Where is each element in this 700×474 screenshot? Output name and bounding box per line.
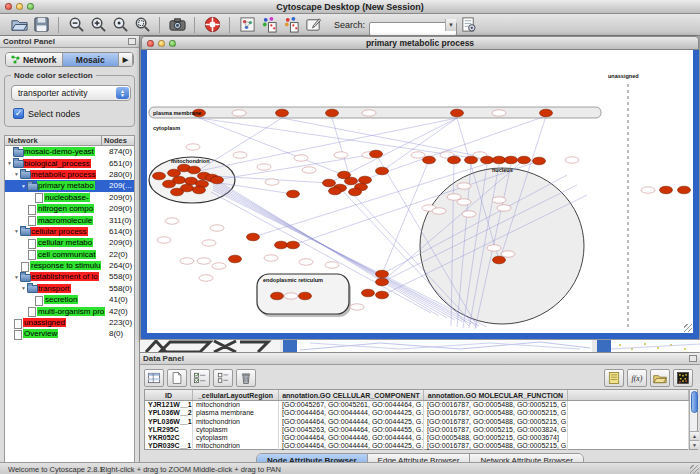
window-resize-grip[interactable]: [684, 324, 692, 332]
search-input[interactable]: [369, 22, 457, 36]
app-resize-grip[interactable]: [690, 465, 699, 474]
table-cell[interactable]: [568, 434, 689, 442]
network-node[interactable]: [299, 292, 312, 300]
network-node[interactable]: [493, 256, 506, 264]
zoom-selected-icon[interactable]: [131, 15, 153, 35]
network-node-collapsed[interactable]: [325, 262, 339, 268]
table-cell[interactable]: [568, 409, 689, 417]
table-cell[interactable]: mitochondrion: [193, 401, 279, 409]
tree-expand-icon[interactable]: ▼: [13, 274, 20, 280]
open-icon[interactable]: [8, 15, 30, 35]
tree-expand-icon[interactable]: ▼: [13, 171, 20, 177]
network-node[interactable]: [247, 233, 260, 241]
network-node[interactable]: [481, 156, 494, 164]
network-node[interactable]: [678, 186, 691, 194]
table-cell[interactable]: [GO:0044464, GO:0044446, GO:0044444, G..…: [279, 434, 424, 442]
column-header--cellularlayoutregion[interactable]: _cellularLayoutRegion: [193, 390, 279, 400]
network-node[interactable]: [287, 190, 300, 198]
table-cell[interactable]: [GO:0016787, GO:0005488, GO:0005215, G..…: [424, 418, 568, 426]
network-node-collapsed[interactable]: [180, 258, 194, 264]
tree-expand-icon[interactable]: ▼: [6, 160, 13, 166]
tree-item-cellular-process[interactable]: ▼cellular process614(0): [5, 226, 134, 237]
column-header-empty[interactable]: [568, 390, 689, 400]
network-node[interactable]: [660, 186, 673, 194]
zoom-out-icon[interactable]: [65, 15, 87, 35]
table-cell[interactable]: mitochondrion: [193, 442, 279, 450]
tree-item-macromolecule[interactable]: macromolecule311(0): [5, 214, 134, 225]
tree-item-mosaic-demo-yeast[interactable]: mosaic-demo-yeast874(0): [5, 146, 134, 157]
copy-view-a-icon[interactable]: [258, 15, 280, 35]
attribute-table-icon[interactable]: [144, 369, 164, 387]
network-node-collapsed[interactable]: [265, 179, 279, 185]
table-cell[interactable]: [GO:0044464, GO:0044444, GO:0044425, G..…: [279, 418, 424, 426]
network-node[interactable]: [163, 180, 176, 188]
table-cell[interactable]: [568, 426, 689, 434]
network-node-collapsed[interactable]: [199, 275, 213, 281]
network-node[interactable]: [465, 156, 478, 164]
network-node[interactable]: [533, 157, 546, 165]
network-node[interactable]: [362, 289, 375, 297]
table-cell[interactable]: [GO:0016787, GO:0005215, GO:0003824, G..…: [424, 426, 568, 434]
tree-item-biological-process[interactable]: ▼biological_process651(0): [5, 157, 134, 168]
network-node[interactable]: [323, 179, 336, 187]
network-node-collapsed[interactable]: [257, 164, 271, 170]
network-node-collapsed[interactable]: [212, 263, 226, 269]
network-node[interactable]: [211, 176, 224, 184]
network-node[interactable]: [376, 167, 389, 175]
zoom-in-icon[interactable]: [87, 15, 109, 35]
node-color-dropdown[interactable]: transporter activity ▲▼: [11, 85, 131, 101]
network-node[interactable]: [505, 156, 518, 164]
tree-item-metabolic-process[interactable]: ▼metabolic process280(0): [5, 169, 134, 180]
network-node[interactable]: [540, 109, 553, 117]
network-node-collapsed[interactable]: [232, 110, 246, 116]
table-cell[interactable]: [GO:0045267, GO:0045261, GO:0044464, G..…: [279, 401, 424, 409]
network-node-collapsed[interactable]: [487, 245, 501, 251]
network-node-collapsed[interactable]: [457, 183, 471, 189]
network-node[interactable]: [153, 172, 166, 180]
table-cell[interactable]: cytoplasm: [193, 434, 279, 442]
network-node-collapsed[interactable]: [492, 110, 506, 116]
float-panel-icon[interactable]: [128, 38, 136, 45]
network-node-collapsed[interactable]: [299, 259, 313, 265]
table-cell[interactable]: [GO:0016787, GO:0005488, GO:0005215, G..…: [424, 401, 568, 409]
table-cell[interactable]: [568, 401, 689, 409]
tree-item-multi-organism-pro[interactable]: multi-organism pro42(0): [5, 305, 134, 316]
network-node-collapsed[interactable]: [165, 218, 179, 224]
network-node-collapsed[interactable]: [362, 110, 376, 116]
tree-item-overview[interactable]: Overview8(0): [5, 328, 134, 339]
network-node[interactable]: [423, 156, 436, 164]
network-node-collapsed[interactable]: [294, 155, 308, 161]
tree-item-transport[interactable]: ▼transport558(0): [5, 283, 134, 294]
zoom-fit-icon[interactable]: [109, 15, 131, 35]
tab-overflow-arrow[interactable]: ▶: [119, 53, 133, 66]
network-node-collapsed[interactable]: [565, 157, 579, 163]
search-config-icon[interactable]: [457, 15, 479, 35]
network-node[interactable]: [338, 171, 351, 179]
network-node[interactable]: [276, 109, 289, 117]
network-node-collapsed[interactable]: [501, 251, 515, 257]
table-cell[interactable]: YDR039C__1: [145, 442, 193, 450]
column-header-id[interactable]: ID: [145, 390, 193, 400]
network-node-collapsed[interactable]: [284, 293, 298, 299]
network-window-titlebar[interactable]: primary metabolic process: [141, 36, 699, 50]
snapshot-icon[interactable]: [166, 15, 188, 35]
network-node-collapsed[interactable]: [302, 167, 316, 173]
tree-header-nodes[interactable]: Nodes: [102, 136, 134, 145]
table-scrollbar[interactable]: ▲ ▼: [689, 390, 697, 449]
select-nodes-checkbox[interactable]: ✓: [13, 108, 24, 119]
network-node[interactable]: [359, 176, 372, 184]
network-node[interactable]: [193, 186, 206, 194]
table-cell[interactable]: [568, 418, 689, 426]
network-node[interactable]: [451, 109, 464, 117]
table-cell[interactable]: [GO:0044464, GO:0044444, GO:0044425, G..…: [279, 442, 424, 450]
network-node-collapsed[interactable]: [457, 199, 471, 205]
table-row[interactable]: YLR295Ccytoplasm[GO:0045263, GO:0044464,…: [145, 426, 689, 434]
table-row[interactable]: YJR121W__1mitochondrion[GO:0045267, GO:0…: [145, 401, 689, 409]
table-row[interactable]: YPL036W__2plasma membrane[GO:0044464, GO…: [145, 409, 689, 417]
network-node[interactable]: [329, 187, 342, 195]
table-cell[interactable]: YLR295C: [145, 426, 193, 434]
network-node[interactable]: [493, 156, 506, 164]
table-cell[interactable]: [GO:0016787, GO:0005488, GO:0005215, G..…: [424, 442, 568, 450]
network-node-collapsed[interactable]: [334, 152, 348, 158]
network-node[interactable]: [370, 150, 383, 158]
